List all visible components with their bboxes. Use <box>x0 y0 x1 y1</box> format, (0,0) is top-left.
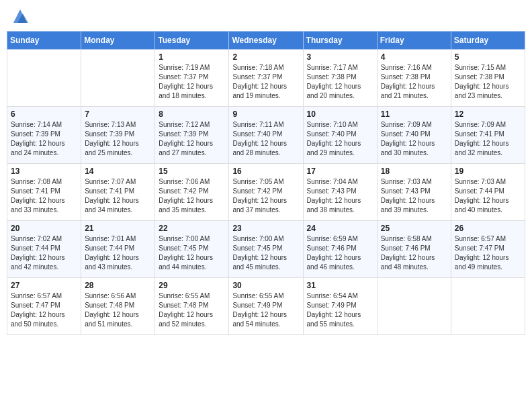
day-info: Sunrise: 6:58 AMSunset: 7:46 PMDaylight:… <box>381 234 447 272</box>
day-info: Sunrise: 6:54 AMSunset: 7:49 PMDaylight:… <box>307 291 373 329</box>
day-number: 12 <box>455 109 521 119</box>
calendar-week-row: 6Sunrise: 7:14 AMSunset: 7:39 PMDaylight… <box>7 107 525 164</box>
calendar-day-cell: 12Sunrise: 7:09 AMSunset: 7:41 PMDayligh… <box>451 107 525 164</box>
day-number: 20 <box>11 224 77 233</box>
day-number: 2 <box>232 52 299 62</box>
day-info: Sunrise: 7:08 AMSunset: 7:41 PMDaylight:… <box>11 177 77 215</box>
calendar-day-cell: 2Sunrise: 7:18 AMSunset: 7:37 PMDaylight… <box>229 50 303 107</box>
calendar-day-cell: 14Sunrise: 7:07 AMSunset: 7:41 PMDayligh… <box>81 164 155 221</box>
day-info: Sunrise: 6:59 AMSunset: 7:46 PMDaylight:… <box>307 234 373 272</box>
day-number: 8 <box>159 109 225 119</box>
day-number: 27 <box>11 281 77 290</box>
calendar-day-cell: 10Sunrise: 7:10 AMSunset: 7:40 PMDayligh… <box>303 107 377 164</box>
day-number: 18 <box>381 167 447 176</box>
calendar-day-cell: 8Sunrise: 7:12 AMSunset: 7:39 PMDaylight… <box>155 107 229 164</box>
day-number: 14 <box>85 167 151 176</box>
day-info: Sunrise: 7:16 AMSunset: 7:38 PMDaylight:… <box>381 63 447 101</box>
day-number: 4 <box>381 52 447 62</box>
day-number: 25 <box>381 224 447 233</box>
calendar-day-cell: 22Sunrise: 7:00 AMSunset: 7:45 PMDayligh… <box>155 221 229 278</box>
day-number: 31 <box>307 281 373 290</box>
day-of-week-header: Thursday <box>303 32 377 50</box>
calendar-day-cell: 13Sunrise: 7:08 AMSunset: 7:41 PMDayligh… <box>7 164 81 221</box>
calendar-week-row: 1Sunrise: 7:19 AMSunset: 7:37 PMDaylight… <box>7 50 525 107</box>
day-info: Sunrise: 7:12 AMSunset: 7:39 PMDaylight:… <box>159 120 225 158</box>
page-header <box>7 7 525 26</box>
day-of-week-header: Friday <box>377 32 451 50</box>
day-number: 7 <box>85 109 151 119</box>
calendar-day-cell: 9Sunrise: 7:11 AMSunset: 7:40 PMDaylight… <box>229 107 303 164</box>
calendar-day-cell: 24Sunrise: 6:59 AMSunset: 7:46 PMDayligh… <box>303 221 377 278</box>
day-info: Sunrise: 7:15 AMSunset: 7:38 PMDaylight:… <box>455 63 521 101</box>
day-of-week-header: Monday <box>81 32 155 50</box>
day-info: Sunrise: 6:57 AMSunset: 7:47 PMDaylight:… <box>455 234 521 272</box>
day-number: 30 <box>232 281 299 290</box>
day-info: Sunrise: 7:07 AMSunset: 7:41 PMDaylight:… <box>85 177 151 215</box>
calendar-day-cell: 28Sunrise: 6:56 AMSunset: 7:48 PMDayligh… <box>81 278 155 335</box>
calendar-day-cell: 29Sunrise: 6:55 AMSunset: 7:48 PMDayligh… <box>155 278 229 335</box>
calendar-week-row: 13Sunrise: 7:08 AMSunset: 7:41 PMDayligh… <box>7 164 525 221</box>
calendar-week-row: 27Sunrise: 6:57 AMSunset: 7:47 PMDayligh… <box>7 278 525 335</box>
day-info: Sunrise: 6:55 AMSunset: 7:49 PMDaylight:… <box>232 291 299 329</box>
calendar-day-cell: 11Sunrise: 7:09 AMSunset: 7:40 PMDayligh… <box>377 107 451 164</box>
calendar-header: SundayMondayTuesdayWednesdayThursdayFrid… <box>7 32 525 50</box>
day-info: Sunrise: 6:55 AMSunset: 7:48 PMDaylight:… <box>159 291 225 329</box>
day-info: Sunrise: 7:00 AMSunset: 7:45 PMDaylight:… <box>159 234 225 272</box>
day-number: 29 <box>159 281 225 290</box>
day-number: 5 <box>455 52 521 62</box>
day-info: Sunrise: 6:57 AMSunset: 7:47 PMDaylight:… <box>11 291 77 329</box>
day-of-week-header: Wednesday <box>229 32 303 50</box>
day-info: Sunrise: 7:17 AMSunset: 7:38 PMDaylight:… <box>307 63 373 101</box>
calendar-day-cell <box>7 50 81 107</box>
day-number: 1 <box>159 52 225 62</box>
day-number: 9 <box>232 109 299 119</box>
day-number: 16 <box>232 167 299 176</box>
calendar-day-cell: 25Sunrise: 6:58 AMSunset: 7:46 PMDayligh… <box>377 221 451 278</box>
day-number: 21 <box>85 224 151 233</box>
calendar-body: 1Sunrise: 7:19 AMSunset: 7:37 PMDaylight… <box>7 50 525 335</box>
day-number: 11 <box>381 109 447 119</box>
day-info: Sunrise: 7:00 AMSunset: 7:45 PMDaylight:… <box>232 234 299 272</box>
calendar-day-cell: 21Sunrise: 7:01 AMSunset: 7:44 PMDayligh… <box>81 221 155 278</box>
day-info: Sunrise: 7:01 AMSunset: 7:44 PMDaylight:… <box>85 234 151 272</box>
calendar-day-cell: 19Sunrise: 7:03 AMSunset: 7:44 PMDayligh… <box>451 164 525 221</box>
calendar-day-cell: 1Sunrise: 7:19 AMSunset: 7:37 PMDaylight… <box>155 50 229 107</box>
calendar-day-cell: 5Sunrise: 7:15 AMSunset: 7:38 PMDaylight… <box>451 50 525 107</box>
day-number: 6 <box>11 109 77 119</box>
calendar-day-cell: 6Sunrise: 7:14 AMSunset: 7:39 PMDaylight… <box>7 107 81 164</box>
day-info: Sunrise: 7:10 AMSunset: 7:40 PMDaylight:… <box>307 120 373 158</box>
day-number: 23 <box>232 224 299 233</box>
calendar-day-cell: 30Sunrise: 6:55 AMSunset: 7:49 PMDayligh… <box>229 278 303 335</box>
day-number: 15 <box>159 167 225 176</box>
day-info: Sunrise: 7:06 AMSunset: 7:42 PMDaylight:… <box>159 177 225 215</box>
day-info: Sunrise: 7:19 AMSunset: 7:37 PMDaylight:… <box>159 63 225 101</box>
day-info: Sunrise: 7:09 AMSunset: 7:41 PMDaylight:… <box>455 120 521 158</box>
calendar-day-cell: 3Sunrise: 7:17 AMSunset: 7:38 PMDaylight… <box>303 50 377 107</box>
calendar-day-cell <box>81 50 155 107</box>
calendar-day-cell: 26Sunrise: 6:57 AMSunset: 7:47 PMDayligh… <box>451 221 525 278</box>
calendar-day-cell: 18Sunrise: 7:03 AMSunset: 7:43 PMDayligh… <box>377 164 451 221</box>
calendar-day-cell: 17Sunrise: 7:04 AMSunset: 7:43 PMDayligh… <box>303 164 377 221</box>
day-number: 17 <box>307 167 373 176</box>
day-number: 22 <box>159 224 225 233</box>
day-number: 28 <box>85 281 151 290</box>
day-info: Sunrise: 7:03 AMSunset: 7:44 PMDaylight:… <box>455 177 521 215</box>
calendar-day-cell <box>451 278 525 335</box>
calendar-day-cell: 16Sunrise: 7:05 AMSunset: 7:42 PMDayligh… <box>229 164 303 221</box>
calendar-week-row: 20Sunrise: 7:02 AMSunset: 7:44 PMDayligh… <box>7 221 525 278</box>
day-info: Sunrise: 7:02 AMSunset: 7:44 PMDaylight:… <box>11 234 77 272</box>
calendar-day-cell: 20Sunrise: 7:02 AMSunset: 7:44 PMDayligh… <box>7 221 81 278</box>
day-info: Sunrise: 7:14 AMSunset: 7:39 PMDaylight:… <box>11 120 77 158</box>
day-number: 10 <box>307 109 373 119</box>
day-of-week-header: Tuesday <box>155 32 229 50</box>
day-info: Sunrise: 7:13 AMSunset: 7:39 PMDaylight:… <box>85 120 151 158</box>
day-number: 24 <box>307 224 373 233</box>
calendar-table: SundayMondayTuesdayWednesdayThursdayFrid… <box>7 31 525 335</box>
calendar-day-cell: 27Sunrise: 6:57 AMSunset: 7:47 PMDayligh… <box>7 278 81 335</box>
calendar-day-cell: 4Sunrise: 7:16 AMSunset: 7:38 PMDaylight… <box>377 50 451 107</box>
day-number: 19 <box>455 167 521 176</box>
calendar-day-cell <box>377 278 451 335</box>
logo <box>9 7 30 26</box>
day-number: 26 <box>455 224 521 233</box>
calendar-day-cell: 7Sunrise: 7:13 AMSunset: 7:39 PMDaylight… <box>81 107 155 164</box>
